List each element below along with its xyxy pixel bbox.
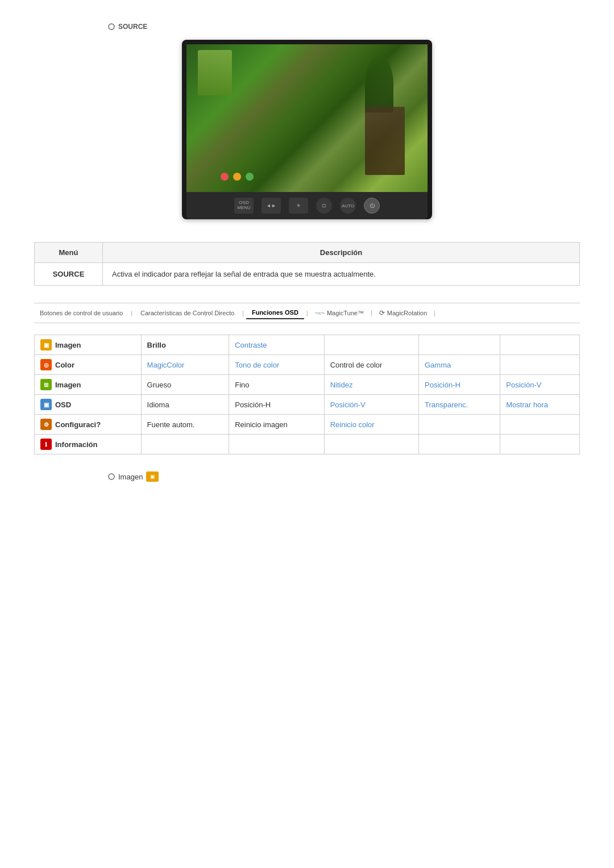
osd-menu-imagen[interactable]: ▣ Imagen — [35, 335, 142, 355]
osd-row-imagen: ▣ Imagen Brillo Contraste — [35, 335, 580, 355]
osd-cell-empty-3 — [500, 335, 580, 355]
icon-color: ◎ — [40, 359, 52, 370]
monitor-container: OSDMENU ◄► ☀ ⊡ AUTO ⏻ — [34, 40, 580, 219]
config-label: Configuraci? — [55, 420, 101, 429]
osd-menu-btn[interactable]: OSDMENU — [234, 198, 254, 214]
osd-cell-posicion-h-3[interactable]: Posición-H — [229, 395, 324, 415]
osd-menu-color[interactable]: ◎ Color — [35, 355, 142, 375]
tree-decoration — [365, 56, 393, 112]
select-btn[interactable]: ⊡ — [316, 198, 332, 214]
osd-row-config: ⚙ Configuraci? Fuente autom. Reinicio im… — [35, 415, 580, 435]
power-btn[interactable]: ⏻ — [364, 198, 380, 214]
imagen-label: Imagen — [55, 341, 81, 349]
col-menu-header: Menú — [35, 243, 103, 263]
imagen2-label: Imagen — [55, 381, 81, 389]
nav-sep-2: | — [240, 310, 246, 316]
source-label: SOURCE — [108, 23, 580, 31]
tab-funciones-osd[interactable]: Funciones OSD — [246, 307, 304, 319]
icon-info: ℹ — [40, 439, 52, 450]
osd-menu-osd[interactable]: ▣ OSD — [35, 395, 142, 415]
icon-config: ⚙ — [40, 419, 52, 430]
osd-menu-config[interactable]: ⚙ Configuraci? — [35, 415, 142, 435]
tab-magictune[interactable]: ~≈~ MagicTune™ — [310, 307, 368, 319]
description-table: Menú Descripción SOURCE Activa el indica… — [34, 242, 580, 286]
menu-cell-source: SOURCE — [35, 263, 103, 286]
osd-cell-empty-6 — [500, 415, 580, 435]
osd-cell-posicion-h-2[interactable]: Posición-H — [419, 375, 500, 395]
osd-cell-magiccolor[interactable]: MagicColor — [141, 355, 229, 375]
bottom-imagen-text: Imagen — [118, 473, 143, 481]
osd-cell-fino[interactable]: Fino — [229, 375, 324, 395]
icon-imagen: ▣ — [40, 339, 52, 350]
osd-cell-empty-2 — [419, 335, 500, 355]
magicrotation-label: MagicRotation — [387, 310, 427, 316]
bottom-circle-icon — [108, 473, 115, 480]
icon-osd: ▣ — [40, 399, 52, 410]
table-row: SOURCE Activa el indicador para reflejar… — [35, 263, 580, 286]
osd-cell-info-4 — [419, 435, 500, 454]
osd-cell-reinicio-imagen[interactable]: Reinicio imagen — [229, 415, 324, 435]
osd-row-imagen2: ⊞ Imagen Grueso Fino Nitidez Posición-H … — [35, 375, 580, 395]
osd-cell-info-3 — [324, 435, 418, 454]
osd-cell-reinicio-color[interactable]: Reinicio color — [324, 415, 418, 435]
monitor-buttons: OSDMENU ◄► ☀ ⊡ AUTO ⏻ — [186, 192, 428, 219]
source-text: SOURCE — [118, 23, 147, 31]
flower-orange — [233, 173, 241, 181]
osd-cell-empty-5 — [419, 415, 500, 435]
osd-cell-posicion-v-3[interactable]: Posición-V — [324, 395, 418, 415]
nav-sep-4: | — [368, 310, 375, 316]
nav-sep-3: | — [304, 310, 310, 316]
osd-cell-fuente[interactable]: Fuente autom. — [141, 415, 229, 435]
osd-cell-contraste[interactable]: Contraste — [229, 335, 324, 355]
osd-cell-info-2 — [229, 435, 324, 454]
osd-cell-posicion-v-2[interactable]: Posición-V — [500, 375, 580, 395]
nav-sep-5: | — [432, 310, 438, 316]
bottom-imagen-icon: ▣ — [146, 471, 159, 482]
osd-cell-control[interactable]: Control de color — [324, 355, 418, 375]
osd-cell-brillo[interactable]: Brillo — [141, 335, 229, 355]
monitor-screen — [186, 44, 428, 192]
auto-btn[interactable]: AUTO — [340, 198, 356, 214]
osd-menu-info[interactable]: ℹ Información — [35, 435, 142, 454]
desc-cell-source: Activa el indicador para reflejar la señ… — [103, 263, 580, 286]
osd-cell-grueso[interactable]: Grueso — [141, 375, 229, 395]
osd-cell-idioma[interactable]: Idioma — [141, 395, 229, 415]
tab-caracteristicas[interactable]: Características de Control Directo — [135, 307, 240, 319]
info-label: Información — [55, 440, 97, 449]
osd-cell-empty-4 — [500, 355, 580, 375]
magictune-label: MagicTune™ — [327, 310, 364, 316]
monitor: OSDMENU ◄► ☀ ⊡ AUTO ⏻ — [182, 40, 432, 219]
nav-sep-1: | — [128, 310, 135, 316]
osd-cell-tono[interactable]: Tono de color — [229, 355, 324, 375]
osd-cell-transparenc[interactable]: Transparenc. — [419, 395, 500, 415]
brightness-btn[interactable]: ☀ — [289, 198, 308, 214]
osd-cell-nitidez[interactable]: Nitidez — [324, 375, 418, 395]
osd-row-osd: ▣ OSD Idioma Posición-H Posición-V Trans… — [35, 395, 580, 415]
osd-row-info: ℹ Información — [35, 435, 580, 454]
osd-cell-empty-1 — [324, 335, 418, 355]
osd-label: OSD — [55, 400, 71, 409]
osd-cell-info-1 — [141, 435, 229, 454]
flower-red — [221, 173, 229, 181]
osd-table: ▣ Imagen Brillo Contraste ◎ Color MagicC… — [34, 335, 580, 454]
flowers — [221, 173, 254, 181]
nav-tabs: Botones de control de usuario | Caracter… — [34, 303, 580, 323]
osd-cell-info-5 — [500, 435, 580, 454]
bottom-label-container: Imagen ▣ — [108, 471, 580, 482]
icon-imagen2: ⊞ — [40, 379, 52, 390]
osd-cell-gamma[interactable]: Gamma — [419, 355, 500, 375]
tab-magicrotation[interactable]: ⟳ MagicRotation — [375, 307, 432, 319]
flower-green — [246, 173, 254, 181]
osd-menu-imagen2[interactable]: ⊞ Imagen — [35, 375, 142, 395]
source-circle-icon — [108, 23, 115, 30]
col-desc-header: Descripción — [103, 243, 580, 263]
color-label: Color — [55, 361, 74, 369]
osd-cell-mostrar-hora[interactable]: Mostrar hora — [500, 395, 580, 415]
nav-btn[interactable]: ◄► — [262, 198, 281, 214]
osd-row-color: ◎ Color MagicColor Tono de color Control… — [35, 355, 580, 375]
tab-botones[interactable]: Botones de control de usuario — [34, 307, 128, 319]
